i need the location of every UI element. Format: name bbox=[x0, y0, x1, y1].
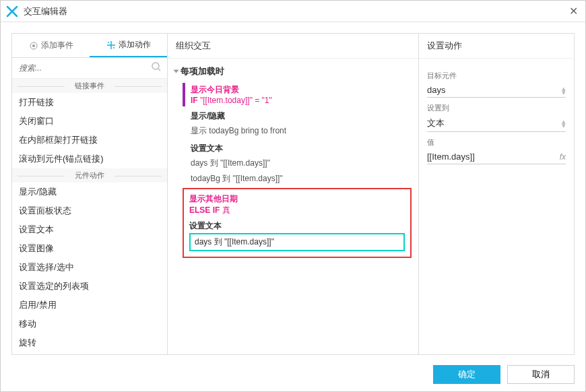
action-group-showhide[interactable]: 显示/隐藏 bbox=[191, 110, 412, 122]
tab-add-event-label: 添加事件 bbox=[41, 40, 73, 51]
action-icon bbox=[106, 40, 116, 50]
list-item[interactable]: 启用/禁用 bbox=[12, 296, 167, 315]
list-item[interactable]: 设置选定的列表项 bbox=[12, 277, 167, 296]
setto-value: 文本 bbox=[427, 117, 445, 129]
case1-condition: IF "[[Item.today]]" = "1" bbox=[191, 96, 412, 105]
action-line[interactable]: 显示 todayBg bring to front bbox=[183, 123, 412, 139]
selected-action-line[interactable]: days 到 "[[Item.days]]" bbox=[189, 233, 405, 251]
svg-point-3 bbox=[113, 47, 115, 48]
case2-condition: ELSE IF 真 bbox=[189, 205, 405, 216]
svg-point-1 bbox=[32, 44, 35, 47]
chevron-updown-icon: ▴▾ bbox=[562, 86, 566, 94]
center-panel: 组织交互 每项加载时 显示今日背景 IF "[[Item.today]]" = … bbox=[168, 33, 418, 355]
list-item[interactable]: 在内部框架打开链接 bbox=[12, 131, 167, 150]
svg-point-4 bbox=[152, 63, 159, 69]
action-group-settext[interactable]: 设置文本 bbox=[191, 143, 412, 154]
list-item[interactable]: 显示/隐藏 bbox=[12, 183, 167, 201]
right-header: 设置动作 bbox=[419, 34, 574, 59]
fx-button[interactable]: fx bbox=[560, 152, 566, 162]
value-field[interactable]: [[Item.days]] fx bbox=[427, 150, 566, 164]
event-header[interactable]: 每项加载时 bbox=[174, 63, 412, 80]
list-item[interactable]: 打开链接 bbox=[12, 93, 167, 112]
target-value: days bbox=[427, 85, 445, 95]
list-item[interactable]: 旋转 bbox=[12, 333, 167, 352]
svg-point-2 bbox=[108, 42, 109, 43]
tab-add-event[interactable]: 添加事件 bbox=[12, 34, 90, 57]
event-icon bbox=[29, 41, 38, 51]
list-item[interactable]: 滚动到元件(锚点链接) bbox=[12, 150, 167, 168]
target-select[interactable]: days ▴▾ bbox=[427, 83, 566, 98]
close-icon[interactable]: ✕ bbox=[566, 5, 580, 18]
search-icon bbox=[151, 61, 162, 75]
app-logo-icon bbox=[6, 5, 18, 18]
ok-button[interactable]: 确定 bbox=[433, 365, 500, 384]
list-item[interactable]: 移动 bbox=[12, 315, 167, 333]
highlighted-case-2: 显示其他日期 ELSE IF 真 设置文本 days 到 "[[Item.day… bbox=[183, 188, 412, 258]
footer: 确定 取消 bbox=[1, 360, 585, 391]
section-widget-actions: 元件动作 bbox=[12, 168, 167, 183]
case1-title: 显示今日背景 bbox=[191, 84, 412, 96]
event-label: 每项加载时 bbox=[181, 65, 224, 77]
chevron-updown-icon: ▴▾ bbox=[562, 119, 566, 127]
action-line[interactable]: days 到 "[[Item.days]]" bbox=[183, 156, 412, 171]
search-input[interactable] bbox=[12, 58, 167, 78]
setto-label: 设置到 bbox=[427, 103, 566, 113]
tab-add-action[interactable]: 添加动作 bbox=[90, 34, 167, 57]
center-header: 组织交互 bbox=[168, 34, 418, 59]
svg-line-5 bbox=[158, 69, 160, 71]
setto-select[interactable]: 文本 ▴▾ bbox=[427, 115, 566, 132]
value-label: 值 bbox=[427, 137, 566, 148]
list-item[interactable]: 设置面板状态 bbox=[12, 201, 167, 220]
action-group-settext-2[interactable]: 设置文本 bbox=[189, 220, 405, 232]
action-line[interactable]: todayBg 到 "[[Item.days]]" bbox=[183, 171, 412, 187]
list-item[interactable]: 设置文本 bbox=[12, 220, 167, 239]
list-item[interactable]: 设置图像 bbox=[12, 239, 167, 258]
left-panel: 添加事件 添加动作 链接事件 打开链接 关闭窗口 在内部框架打开链接 滚动到元件… bbox=[11, 33, 168, 355]
case-block-1[interactable]: 显示今日背景 IF "[[Item.today]]" = "1" bbox=[183, 83, 412, 106]
window-title: 交互编辑器 bbox=[24, 5, 566, 18]
value-text: [[Item.days]] bbox=[427, 152, 475, 162]
target-label: 目标元件 bbox=[427, 71, 566, 81]
list-item[interactable]: 关闭窗口 bbox=[12, 112, 167, 131]
search-box bbox=[12, 58, 167, 79]
section-link-events: 链接事件 bbox=[12, 79, 167, 93]
list-item[interactable]: 设置大小 bbox=[12, 352, 167, 354]
collapse-icon bbox=[174, 70, 179, 73]
tab-add-action-label: 添加动作 bbox=[119, 39, 151, 51]
right-panel: 设置动作 目标元件 days ▴▾ 设置到 文本 ▴▾ 值 [[Item.day… bbox=[418, 33, 575, 355]
action-list: 链接事件 打开链接 关闭窗口 在内部框架打开链接 滚动到元件(锚点链接) 元件动… bbox=[12, 79, 167, 354]
cancel-button[interactable]: 取消 bbox=[507, 365, 575, 384]
case2-title[interactable]: 显示其他日期 bbox=[189, 193, 405, 205]
list-item[interactable]: 设置选择/选中 bbox=[12, 258, 167, 277]
